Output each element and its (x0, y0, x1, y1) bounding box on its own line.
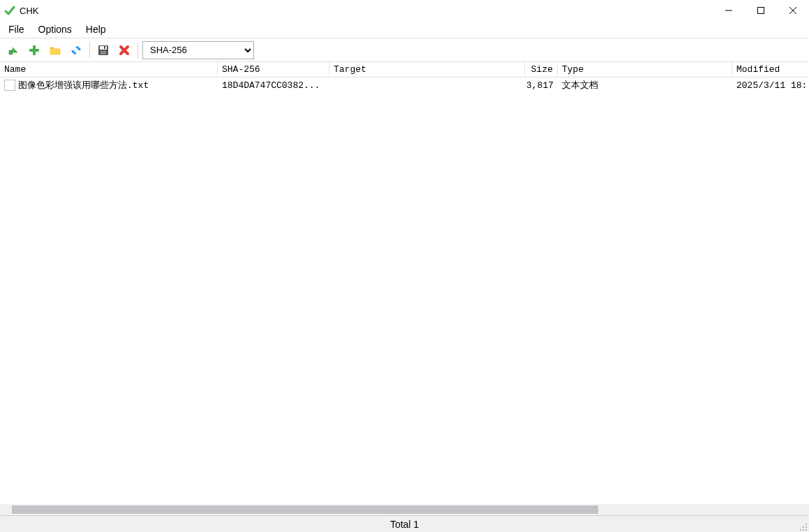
save-button[interactable] (94, 41, 112, 59)
status-total: Total 1 (390, 519, 419, 530)
cell-type: 文本文档 (558, 79, 732, 91)
toolbar-separator (138, 43, 138, 58)
file-name-text: 图像色彩增强该用哪些方法.txt (18, 79, 149, 91)
toolbar-separator (89, 43, 90, 58)
menubar: File Options Help (0, 21, 809, 38)
column-header-name[interactable]: Name (0, 62, 218, 77)
columns-header: Name SHA-256 Target Size Type Modified (0, 62, 809, 77)
titlebar: CHK (0, 0, 809, 21)
file-list[interactable]: 图像色彩增强该用哪些方法.txt 18D4DA747CC0382... 3,81… (0, 77, 809, 504)
content-area: Name SHA-256 Target Size Type Modified 图… (0, 62, 809, 515)
svg-point-15 (806, 524, 807, 525)
cell-size: 3,817 (525, 80, 558, 91)
minimize-button[interactable] (713, 0, 745, 21)
import-button[interactable] (4, 41, 22, 59)
svg-rect-7 (100, 46, 107, 50)
toolbar: SHA-256 (0, 38, 809, 62)
svg-point-13 (800, 529, 801, 531)
cell-name: 图像色彩增强该用哪些方法.txt (0, 79, 218, 91)
window-title: CHK (20, 6, 38, 16)
app-icon (4, 5, 15, 16)
svg-rect-9 (104, 46, 105, 49)
svg-point-10 (806, 529, 807, 531)
refresh-button[interactable] (67, 41, 85, 59)
menu-file[interactable]: File (1, 22, 31, 36)
horizontal-scrollbar[interactable] (0, 504, 809, 515)
column-header-size[interactable]: Size (525, 62, 558, 77)
svg-rect-8 (101, 51, 106, 54)
menu-help[interactable]: Help (79, 22, 113, 36)
file-row[interactable]: 图像色彩增强该用哪些方法.txt 18D4DA747CC0382... 3,81… (0, 77, 809, 93)
close-button[interactable] (777, 0, 809, 21)
column-header-target[interactable]: Target (329, 62, 525, 77)
statusbar: Total 1 (0, 515, 809, 532)
column-header-hash[interactable]: SHA-256 (218, 62, 329, 77)
add-button[interactable] (25, 41, 43, 59)
maximize-button[interactable] (745, 0, 777, 21)
svg-point-11 (803, 529, 804, 531)
svg-point-12 (806, 526, 807, 528)
column-header-type[interactable]: Type (558, 62, 732, 77)
cell-modified: 2025/3/11 18: (732, 80, 809, 91)
svg-rect-5 (29, 49, 39, 52)
hash-algorithm-select[interactable]: SHA-256 (142, 41, 254, 59)
delete-button[interactable] (115, 41, 133, 59)
file-icon (4, 80, 15, 91)
svg-point-14 (803, 526, 804, 528)
window-controls (713, 0, 809, 21)
column-header-modified[interactable]: Modified (732, 62, 809, 77)
folder-button[interactable] (46, 41, 64, 59)
cell-hash: 18D4DA747CC0382... (218, 80, 329, 91)
resize-grip-icon[interactable] (799, 522, 808, 531)
scrollbar-thumb[interactable] (12, 505, 598, 514)
svg-rect-1 (758, 8, 764, 14)
menu-options[interactable]: Options (31, 22, 79, 36)
